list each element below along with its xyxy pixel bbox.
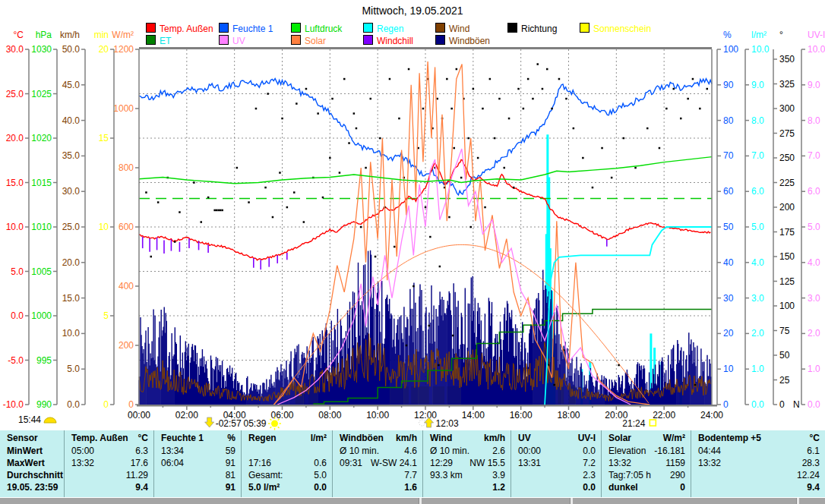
- svg-text:2.0: 2.0: [808, 328, 820, 339]
- sensor-name: Solar: [608, 432, 631, 445]
- svg-text:16:00: 16:00: [510, 410, 533, 421]
- svg-text:l/m²: l/m²: [751, 30, 767, 40]
- weather-station-app: Mittwoch, 19.05.2021 Temp. AußenFeuchte …: [0, 0, 825, 504]
- stat-value: 0.6: [314, 457, 327, 469]
- svg-text:12:00: 12:00: [414, 410, 437, 421]
- svg-text:25.0: 25.0: [6, 89, 24, 99]
- sensor-column-feuchte-1: Feuchte 1%13:345906:04918191: [154, 430, 242, 497]
- svg-text:0: 0: [103, 399, 109, 410]
- stat-value: W-SW 24.1: [371, 457, 417, 469]
- svg-text:8.0: 8.0: [808, 115, 820, 126]
- svg-text:30.0: 30.0: [6, 44, 24, 55]
- svg-text:7.0: 7.0: [808, 150, 820, 161]
- stat-value: 0.0: [583, 445, 596, 457]
- svg-text:0.0: 0.0: [67, 399, 80, 410]
- svg-text:40.0: 40.0: [62, 115, 81, 126]
- stat-value: 7.2: [583, 457, 596, 469]
- stat-value: 91: [226, 457, 235, 469]
- svg-text:10: 10: [723, 364, 734, 374]
- stat-value: 28.3: [802, 457, 820, 469]
- svg-text:350: 350: [779, 54, 795, 65]
- svg-text:0.0: 0.0: [808, 399, 820, 410]
- svg-text:1025: 1025: [31, 89, 52, 99]
- stat-time: 12:29: [430, 457, 453, 469]
- svg-text:-5.0: -5.0: [8, 355, 24, 366]
- svg-text:4.0: 4.0: [751, 257, 764, 268]
- svg-text:10.0: 10.0: [751, 44, 770, 55]
- svg-text:45.0: 45.0: [62, 80, 81, 90]
- sensor-column-bodentemp-5: Bodentemp +5°C04:446.113:3228.312.249.4: [691, 430, 825, 497]
- svg-text:1010: 1010: [31, 222, 52, 232]
- svg-text:-02:57: -02:57: [216, 418, 242, 429]
- svg-text:75: 75: [779, 326, 790, 336]
- stat-value: 1159: [665, 457, 685, 469]
- stat-value: 1.6: [404, 481, 417, 494]
- svg-text:12:03: 12:03: [436, 418, 459, 429]
- stat-value: 6.3: [135, 445, 148, 457]
- svg-text:%: %: [723, 30, 732, 40]
- stat-value: 9.4: [807, 481, 820, 494]
- svg-text:275: 275: [779, 128, 795, 139]
- svg-text:1015: 1015: [31, 178, 52, 188]
- svg-text:20.0: 20.0: [6, 133, 24, 143]
- svg-text:400: 400: [119, 281, 134, 291]
- svg-text:125: 125: [779, 276, 795, 287]
- svg-text:990: 990: [36, 399, 52, 410]
- stat-value: 7.7: [404, 469, 417, 481]
- svg-text:30.0: 30.0: [62, 186, 81, 197]
- status-bar: [0, 497, 825, 504]
- svg-text:5.0: 5.0: [751, 222, 764, 232]
- stat-value: 3.9: [492, 469, 505, 481]
- svg-text:50: 50: [779, 350, 790, 361]
- sensor-unit: l/m²: [311, 432, 327, 445]
- svg-text:02:00: 02:00: [175, 410, 198, 421]
- svg-text:21:24: 21:24: [622, 418, 645, 429]
- svg-text:0: 0: [723, 399, 729, 410]
- svg-text:150: 150: [779, 251, 795, 262]
- svg-text:UV-I: UV-I: [808, 30, 825, 40]
- svg-text:15:44: 15:44: [18, 414, 41, 425]
- stat-time: Ø 10 min.: [340, 445, 379, 457]
- stat-value: 0.0: [583, 481, 596, 494]
- stat-value: 9.4: [135, 481, 148, 494]
- sensor-column-windb-en: Windböenkm/hØ 10 min.4.609:31W-SW 24.17.…: [333, 430, 423, 497]
- svg-text:5.0: 5.0: [11, 266, 24, 277]
- sensor-label-column: SensorMinWertMaxWertDurchschnitt19.05. 2…: [0, 430, 65, 497]
- stat-value: 59: [226, 445, 235, 457]
- svg-text:1020: 1020: [31, 133, 52, 143]
- svg-text:00:00: 00:00: [128, 410, 150, 421]
- svg-text:1000: 1000: [31, 310, 52, 321]
- sensor-name: Bodentemp +5: [698, 432, 761, 445]
- stat-time: dunkel: [608, 481, 638, 494]
- svg-text:40: 40: [723, 257, 734, 268]
- svg-text:3.0: 3.0: [751, 293, 764, 304]
- sensor-column-solar: SolarW/m²Elevation-16.18113:321159Tag:7:…: [602, 430, 691, 497]
- svg-text:995: 995: [36, 355, 52, 366]
- svg-text:5.0: 5.0: [67, 364, 80, 374]
- svg-text:hPa: hPa: [36, 30, 52, 40]
- svg-text:0: 0: [128, 399, 134, 410]
- svg-text:N: N: [793, 399, 800, 410]
- sensor-unit: °C: [138, 432, 148, 445]
- sensor-name: Regen: [248, 432, 277, 445]
- svg-text:4.0: 4.0: [808, 257, 820, 268]
- svg-text:800: 800: [119, 162, 134, 173]
- sensor-unit: °C: [810, 432, 820, 445]
- svg-text:15: 15: [99, 133, 109, 143]
- stat-value: 17.6: [131, 457, 148, 469]
- row-label: MaxWert: [7, 457, 45, 469]
- stat-value: 81: [226, 469, 235, 481]
- sensor-name: Windböen: [340, 432, 384, 445]
- stat-time: 00:00: [518, 445, 541, 457]
- stat-time: 13:32: [698, 457, 721, 469]
- svg-text:9.0: 9.0: [808, 80, 820, 90]
- stat-time: 5.0 l/m²: [248, 481, 280, 494]
- svg-text:18:00: 18:00: [557, 410, 580, 421]
- svg-text:3.0: 3.0: [808, 293, 820, 304]
- sensor-column-wind: Windkm/hØ 10 min.2.612:29NW 15.593.3 km3…: [423, 430, 511, 497]
- svg-text:22:00: 22:00: [653, 410, 675, 421]
- stat-time: Gesamt:: [248, 469, 283, 481]
- statusbar-divider: [796, 498, 799, 504]
- svg-text:2.0: 2.0: [751, 328, 764, 339]
- stat-value: 0.0: [314, 481, 327, 494]
